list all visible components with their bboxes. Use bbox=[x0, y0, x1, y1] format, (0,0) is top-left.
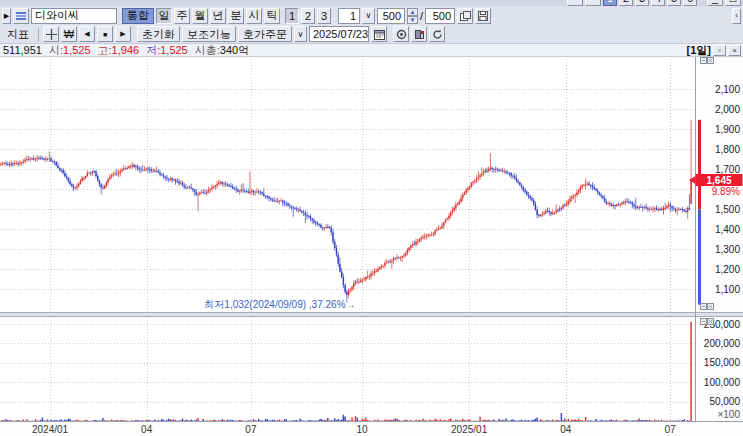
screen-tab-1[interactable]: 1 bbox=[603, 0, 617, 6]
screen-tab-5[interactable]: 5 bbox=[667, 0, 681, 6]
order-button[interactable]: 호가주문 bbox=[238, 26, 292, 42]
volume-value: 511,951 bbox=[3, 44, 42, 56]
candlestick-chart[interactable]: 2,1002,0001,9001,8001,7001,5001,4001,300… bbox=[0, 56, 743, 436]
reset-button[interactable]: 초기화 bbox=[137, 26, 180, 42]
aux-function-button[interactable]: 보조기능 bbox=[182, 26, 236, 42]
interval-value[interactable]: 1 bbox=[338, 8, 360, 24]
step-down-icon[interactable]: ▼ bbox=[407, 16, 418, 24]
chart-subtoolbar: 지표 ₩ ◀ ■ ▶ 초기화 보조기능 호가주문 ∨ 2025/07/23 bbox=[0, 25, 743, 43]
svg-text:1,400: 1,400 bbox=[715, 224, 740, 235]
period-tick-button[interactable]: 틱 bbox=[264, 8, 280, 24]
slash-label: / bbox=[420, 10, 423, 22]
gear-icon[interactable] bbox=[393, 26, 409, 42]
svg-text:9.89%: 9.89% bbox=[712, 186, 740, 197]
svg-text:150,000: 150,000 bbox=[704, 357, 741, 368]
svg-text:1,645: 1,645 bbox=[706, 175, 731, 186]
bars-count-input[interactable]: 500 bbox=[377, 8, 405, 24]
divider bbox=[38, 28, 39, 41]
stock-list-icon[interactable] bbox=[13, 8, 29, 24]
svg-text:1,200: 1,200 bbox=[715, 264, 740, 275]
interval-dropdown-button[interactable]: ∨ bbox=[362, 8, 375, 24]
close-window-button[interactable]: × bbox=[728, 45, 741, 56]
volume-pane[interactable] bbox=[0, 317, 695, 421]
mode-combined-button[interactable]: 통합 bbox=[122, 8, 154, 24]
scroll-right-button[interactable]: ▶ bbox=[115, 26, 131, 42]
screen-tab-2[interactable]: 2 bbox=[619, 0, 633, 6]
svg-text:04: 04 bbox=[141, 424, 153, 435]
svg-text:100,000: 100,000 bbox=[704, 377, 741, 388]
svg-text:2,100: 2,100 bbox=[715, 84, 740, 95]
stop-button[interactable]: ■ bbox=[97, 26, 113, 42]
price-pane[interactable] bbox=[0, 56, 695, 312]
restore-window-button[interactable]: ▫ bbox=[713, 45, 726, 56]
chart-count-3-button[interactable]: 3 bbox=[317, 8, 331, 24]
period-month-button[interactable]: 월 bbox=[192, 8, 208, 24]
date-field[interactable]: 2025/07/23 bbox=[309, 26, 369, 42]
screen-icon[interactable] bbox=[567, 0, 583, 6]
crosshair-icon[interactable] bbox=[43, 26, 59, 42]
cap-value: 340억 bbox=[220, 44, 249, 56]
chart-count-1-button[interactable]: 1 bbox=[285, 8, 299, 24]
screen-tab-6[interactable]: 6 bbox=[683, 0, 697, 6]
svg-text:04: 04 bbox=[560, 424, 572, 435]
period-minute-button[interactable]: 분 bbox=[228, 8, 244, 24]
bars-count-stepper[interactable]: ▲▼ bbox=[407, 8, 418, 24]
open-value: 1,525 bbox=[63, 44, 91, 56]
svg-text:07: 07 bbox=[664, 424, 676, 435]
save-icon[interactable] bbox=[475, 8, 491, 24]
price-range-band bbox=[698, 120, 701, 305]
svg-text:2025/01: 2025/01 bbox=[451, 424, 488, 435]
period-day-button[interactable]: 일 bbox=[156, 8, 172, 24]
building-icon[interactable] bbox=[411, 26, 427, 42]
period-week-button[interactable]: 주 bbox=[174, 8, 190, 24]
chart-count-2-button[interactable]: 2 bbox=[301, 8, 315, 24]
low-value: 1,525 bbox=[160, 44, 188, 56]
svg-text:×100: ×100 bbox=[717, 409, 740, 420]
cap-label: 시총 bbox=[195, 44, 217, 56]
volume-pane-expand-icons[interactable] bbox=[701, 319, 714, 325]
period-hour-button[interactable]: 시 bbox=[246, 8, 262, 24]
svg-text:200,000: 200,000 bbox=[704, 338, 741, 349]
svg-text:1,800: 1,800 bbox=[715, 144, 740, 155]
low-label: 저 bbox=[146, 44, 157, 56]
panel-arrow-button[interactable]: ▸ bbox=[2, 8, 11, 24]
period-year-button[interactable]: 년 bbox=[210, 8, 226, 24]
svg-text:10: 10 bbox=[357, 424, 369, 435]
svg-text:2,000: 2,000 bbox=[715, 104, 740, 115]
screen-tab-4[interactable]: 4 bbox=[651, 0, 665, 6]
open-label: 시 bbox=[49, 44, 60, 56]
stock-name-input[interactable] bbox=[31, 8, 117, 24]
minimize-button[interactable]: _ bbox=[707, 0, 723, 6]
chart-toolbar: ▸ 통합 일 주 월 년 분 시 틱 1 2 3 1 ∨ 500 ▲▼ / 50… bbox=[0, 6, 743, 25]
svg-text:1,700: 1,700 bbox=[715, 164, 740, 175]
svg-text:1,500: 1,500 bbox=[715, 204, 740, 215]
price-pane-collapse-icons[interactable] bbox=[701, 304, 714, 310]
menu-icon bbox=[16, 11, 26, 21]
svg-text:1,300: 1,300 bbox=[715, 244, 740, 255]
spacer bbox=[699, 0, 705, 6]
high-label: 고 bbox=[98, 44, 109, 56]
collapse-panel-button[interactable]: ‹ bbox=[732, 8, 741, 24]
svg-text:50,000: 50,000 bbox=[709, 396, 740, 407]
screen-tab-3[interactable]: 3 bbox=[635, 0, 649, 6]
svg-text:07: 07 bbox=[245, 424, 257, 435]
svg-text:1,900: 1,900 bbox=[715, 124, 740, 135]
price-pane-expand-icons[interactable] bbox=[701, 58, 714, 64]
high-value: 1,946 bbox=[112, 44, 140, 56]
status-bar: 511,951 시:1,525 고:1,946 저:1,525 시총:340억 … bbox=[0, 43, 743, 56]
svg-text:1,100: 1,100 bbox=[715, 284, 740, 295]
scroll-left-button[interactable]: ◀ bbox=[79, 26, 95, 42]
maximize-button[interactable]: □ bbox=[725, 0, 741, 6]
refresh-icon[interactable] bbox=[429, 26, 445, 42]
svg-text:2024/01: 2024/01 bbox=[32, 424, 69, 435]
calendar-icon[interactable] bbox=[371, 26, 387, 42]
won-price-icon[interactable]: ₩ bbox=[61, 26, 77, 42]
bars-total-input[interactable]: 500 bbox=[425, 8, 455, 24]
low-point-annotation: 최저1,032(2024/09/09) ,37.26%→ bbox=[204, 299, 355, 310]
step-up-icon[interactable]: ▲ bbox=[407, 8, 418, 16]
new-window-icon[interactable] bbox=[457, 8, 473, 24]
order-dropdown-button[interactable]: ∨ bbox=[294, 26, 307, 42]
stock-chart-window: 1 2 3 4 5 6 _ □ ▸ 통합 일 주 월 년 분 시 틱 1 2 3… bbox=[0, 0, 743, 436]
indicator-button[interactable]: 지표 bbox=[2, 26, 34, 42]
print-icon[interactable] bbox=[585, 0, 601, 6]
